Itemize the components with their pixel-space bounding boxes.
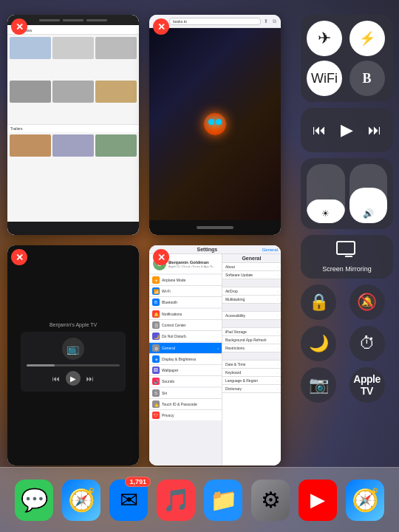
- spider-graphic: [193, 102, 237, 146]
- cc-lock-btn[interactable]: 🔒: [301, 284, 336, 320]
- settings-row-airplane[interactable]: ✈ Airplane Mode: [149, 275, 222, 286]
- settings-row-siri[interactable]: S Siri: [149, 388, 222, 399]
- settings-row-general[interactable]: ⚙ General ›: [149, 343, 222, 354]
- safari-share-icon[interactable]: ⬆: [263, 18, 269, 24]
- settings-detail-datetime[interactable]: Date & Time›: [222, 361, 281, 369]
- app-card-appletv[interactable]: ✕ Benjamin's Apple TV 📺 ⏮ ▶ ⏭: [7, 245, 139, 466]
- settings-detail-sep3: [222, 320, 281, 328]
- settings-detail-storage[interactable]: iPad Storage›: [222, 328, 281, 336]
- cc-screen-mirror-btn[interactable]: Screen Mirroring: [301, 235, 393, 279]
- cc-play-btn[interactable]: ▶: [334, 117, 361, 143]
- settings-row-sounds[interactable]: 🔊 Sounds: [149, 376, 222, 386]
- cc-next-btn[interactable]: ⏭: [364, 119, 386, 141]
- close-btn-safari[interactable]: ✕: [153, 18, 169, 35]
- settings-detail-airdrop[interactable]: AirDrop›: [222, 287, 281, 296]
- settings-group-4: S Siri 👆 Touch ID & Passcode 🛡 Privacy: [149, 388, 222, 420]
- settings-airplane-icon: ✈: [152, 276, 160, 284]
- svg-rect-0: [337, 242, 355, 254]
- cc-timer-btn[interactable]: ⏱: [349, 326, 385, 361]
- safari-icon: 🧭: [68, 487, 95, 513]
- settings-topbar-detail: General: [262, 248, 278, 252]
- settings-detail-sep1: [222, 279, 281, 287]
- appletv-play-btn[interactable]: ▶: [66, 371, 81, 386]
- settings-detail-bgrefresh[interactable]: Background App Refresh›: [222, 336, 281, 344]
- dock-messages[interactable]: 💬: [15, 480, 53, 521]
- settings-row-wifi[interactable]: 📶 Wi-Fi: [149, 286, 222, 297]
- dock: 💬 🧭 ✉ 1,791 🎵 📁 ⚙ ▶ 🧭: [0, 467, 399, 532]
- settings-right-panel: General About› Software Update› AirDrop›…: [222, 254, 281, 466]
- settings-notifications-icon: 🔔: [152, 310, 160, 318]
- files-icon: 📁: [210, 487, 237, 513]
- trailer-thumb-3: [95, 134, 137, 157]
- settings-row-display[interactable]: ☀ Display & Brightness: [149, 354, 222, 365]
- cc-prev-btn[interactable]: ⏮: [308, 119, 330, 141]
- dock-music[interactable]: 🎵: [157, 480, 195, 521]
- settings-topbar-title: Settings: [152, 247, 262, 252]
- safari-bottom-bar: [149, 220, 281, 235]
- close-btn-tvshows[interactable]: ✕: [11, 18, 27, 35]
- settings-detail-multitasking[interactable]: Multitasking›: [222, 296, 281, 304]
- settings-row-notifications[interactable]: 🔔 Notifications: [149, 309, 222, 320]
- close-btn-settings[interactable]: ✕: [153, 249, 169, 265]
- dock-youtube[interactable]: ▶: [299, 480, 337, 521]
- settings-detail-keyboard[interactable]: Keyboard›: [222, 369, 281, 377]
- tvshows-titlebar: [7, 15, 139, 25]
- settings-touchid-icon: 👆: [152, 400, 160, 408]
- appletv-player: 📺 ⏮ ▶ ⏭: [21, 332, 126, 392]
- settings-detail-software[interactable]: Software Update›: [222, 271, 281, 279]
- tvshow-thumb-3: [95, 37, 137, 59]
- settings-content: B Benjamin Goldman Apple ID, iCloud, iTu…: [149, 254, 281, 466]
- mail-icon: ✉: [120, 487, 138, 513]
- settings-detail-accessibility[interactable]: Accessibility›: [222, 312, 281, 320]
- youtube-icon: ▶: [310, 488, 325, 511]
- app-card-tvshows[interactable]: ✕ TV Shows Trailers: [7, 15, 139, 235]
- app-card-safari[interactable]: ✕ ‹ › books.to ⬆ ⧉: [149, 15, 281, 235]
- dock-settings[interactable]: ⚙: [251, 480, 290, 521]
- cc-camera-btn[interactable]: 📷: [301, 367, 336, 403]
- cc-brightness-track[interactable]: ☀: [307, 164, 345, 223]
- trailer-thumb-2: [52, 134, 94, 157]
- cc-appletv-btn[interactable]: Apple TV: [349, 367, 385, 403]
- tvshow-thumb-1: [10, 37, 51, 59]
- safari-url-field[interactable]: books.to: [169, 18, 261, 25]
- appletv-controls: ⏮ ▶ ⏭: [52, 371, 94, 386]
- settings-row-bluetooth[interactable]: B Bluetooth: [149, 297, 222, 307]
- settings-row-controlcenter[interactable]: ☰ Control Center: [149, 320, 222, 331]
- cc-moon-btn[interactable]: 🌙: [301, 326, 336, 361]
- cc-mute-btn[interactable]: 🔕: [349, 284, 385, 320]
- tvshow-thumb-2: [52, 37, 94, 59]
- settings-detail-dictionary[interactable]: Dictionary›: [222, 385, 281, 393]
- appletv-next-btn[interactable]: ⏭: [86, 375, 94, 383]
- settings-detail-language[interactable]: Language & Region›: [222, 377, 281, 385]
- safari-tabs-icon[interactable]: ⧉: [271, 18, 277, 24]
- appletv-prev-btn[interactable]: ⏮: [52, 375, 60, 383]
- dock-safari[interactable]: 🧭: [62, 480, 100, 521]
- settings-dnd-icon: 🌙: [152, 332, 160, 340]
- dock-files[interactable]: 📁: [204, 480, 242, 521]
- settings-group-2: 🔔 Notifications ☰ Control Center 🌙 Do No…: [149, 309, 222, 341]
- settings-detail-restrictions[interactable]: Restrictions›: [222, 344, 281, 352]
- cc-sliders-block: ☀ 🔊: [301, 158, 393, 229]
- dock-safari2[interactable]: 🧭: [346, 480, 384, 521]
- spider-eye-left: [208, 119, 214, 125]
- cc-bluetooth-btn[interactable]: B: [349, 61, 385, 96]
- settings-row-touchid[interactable]: 👆 Touch ID & Passcode: [149, 399, 222, 410]
- settings-row-wallpaper[interactable]: 🖼 Wallpaper: [149, 365, 222, 376]
- close-btn-appletv[interactable]: ✕: [11, 249, 27, 265]
- settings-row-dnd[interactable]: 🌙 Do Not Disturb: [149, 331, 222, 341]
- cc-volume-track[interactable]: 🔊: [349, 164, 388, 223]
- svg-rect-2: [345, 256, 352, 257]
- settings-profile-info: Benjamin Goldman Apple ID, iCloud, iTune…: [168, 260, 215, 268]
- cc-airplane-btn[interactable]: ✈: [307, 21, 342, 56]
- trailer-thumb-1: [10, 134, 51, 157]
- cc-hotspot-btn[interactable]: ⚡: [349, 21, 385, 56]
- spider-body: [204, 113, 226, 135]
- app-switcher: ✕ TV Shows Trailers: [0, 0, 288, 473]
- dock-mail[interactable]: ✉ 1,791: [109, 480, 148, 521]
- app-card-settings[interactable]: ✕ Settings General B Benjamin Goldman Ap…: [149, 245, 281, 466]
- settings-topbar: Settings General: [149, 245, 281, 254]
- cc-wifi-btn[interactable]: WiFi: [307, 61, 342, 96]
- settings-detail-about[interactable]: About›: [222, 263, 281, 271]
- cc-media-controls: ⏮ ▶ ⏭: [307, 114, 387, 146]
- settings-row-privacy[interactable]: 🛡 Privacy: [149, 410, 222, 420]
